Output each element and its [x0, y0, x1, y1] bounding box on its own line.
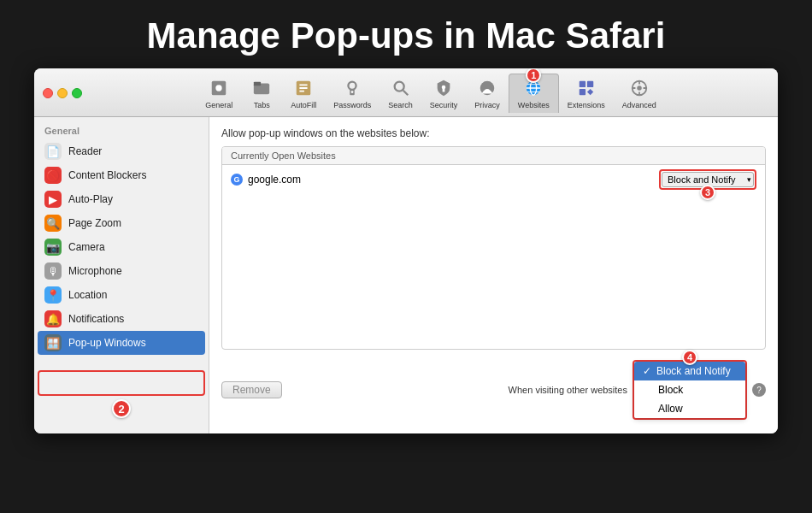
badge-2: 2 — [112, 399, 131, 418]
sidebar-section-label: General — [34, 124, 209, 139]
advanced-icon — [627, 76, 651, 100]
toolbar-item-privacy[interactable]: Privacy — [466, 74, 509, 113]
search-label: Search — [388, 101, 413, 109]
help-button[interactable]: ? — [752, 383, 766, 397]
safari-window: General Tabs AutoFill — [34, 68, 778, 433]
table-row: G google.com Block and Notify Block Allo… — [222, 165, 765, 194]
table-header: Currently Open Websites — [222, 147, 765, 165]
toolbar: General Tabs AutoFill — [34, 68, 778, 117]
toolbar-top: General Tabs AutoFill — [43, 74, 769, 116]
dropdown-menu: ✓ Block and Notify Block Allow — [634, 362, 745, 418]
checkmark-icon: ✓ — [643, 365, 651, 377]
svg-point-13 — [442, 86, 446, 90]
svg-rect-23 — [587, 81, 593, 87]
visiting-dropdown-wrapper[interactable]: ✓ Block and Notify Block Allow — [633, 360, 747, 420]
svg-rect-22 — [579, 89, 585, 95]
content-blockers-label: Content Blockers — [68, 169, 146, 181]
general-label: General — [205, 101, 232, 109]
sidebar-item-content-blockers[interactable]: 🚫 Content Blockers — [34, 163, 209, 187]
svg-point-11 — [394, 82, 403, 91]
bottom-bar: Remove When visiting other websites ✓ Bl… — [221, 357, 766, 423]
toolbar-item-websites[interactable]: 1 Websites — [509, 74, 559, 113]
security-label: Security — [430, 101, 458, 109]
location-icon: 📍 — [44, 286, 62, 304]
table-body: G google.com Block and Notify Block Allo… — [222, 165, 765, 349]
toolbar-item-search[interactable]: Search — [380, 74, 421, 113]
auto-play-icon: ▶ — [44, 191, 62, 208]
popup-icon: 🪟 — [44, 334, 62, 351]
toolbar-icons: General Tabs AutoFill — [92, 74, 769, 113]
svg-line-12 — [403, 91, 408, 96]
sidebar-item-location[interactable]: 📍 Location — [34, 283, 209, 307]
option-label-block-notify: Block and Notify — [656, 365, 731, 377]
toolbar-item-extensions[interactable]: Extensions — [559, 74, 614, 113]
camera-label: Camera — [68, 241, 105, 253]
content-blockers-icon: 🚫 — [44, 167, 62, 184]
bottom-right: When visiting other websites ✓ Block and… — [509, 360, 766, 420]
dropdown-option-block[interactable]: Block — [634, 380, 745, 399]
traffic-lights — [43, 88, 82, 98]
svg-rect-14 — [443, 89, 445, 92]
dropdown-option-allow[interactable]: Allow — [634, 399, 745, 418]
sidebar-item-camera[interactable]: 📷 Camera — [34, 235, 209, 259]
sidebar-item-notifications[interactable]: 🔔 Notifications — [34, 307, 209, 331]
popup-label: Pop-up Windows — [68, 337, 146, 349]
privacy-icon — [475, 76, 499, 100]
notifications-label: Notifications — [68, 313, 124, 325]
table-row-site: G google.com — [231, 174, 301, 186]
toolbar-item-tabs[interactable]: Tabs — [241, 74, 282, 113]
toolbar-item-passwords[interactable]: Passwords — [325, 74, 380, 113]
autofill-label: AutoFill — [291, 101, 316, 109]
badge-4: 4 — [682, 350, 697, 365]
websites-table: Currently Open Websites G google.com Blo… — [221, 146, 766, 350]
toolbar-item-security[interactable]: Security — [421, 74, 467, 113]
websites-label: Websites — [518, 101, 550, 109]
toolbar-item-general[interactable]: General — [197, 74, 241, 113]
sidebar-item-page-zoom[interactable]: 🔍 Page Zoom — [34, 211, 209, 235]
page-zoom-icon: 🔍 — [44, 215, 62, 232]
tabs-icon — [250, 76, 274, 100]
close-button[interactable] — [43, 88, 53, 98]
svg-rect-3 — [254, 82, 261, 86]
option-label-allow: Allow — [658, 403, 683, 415]
remove-button[interactable]: Remove — [221, 381, 282, 398]
tabs-label: Tabs — [254, 101, 270, 109]
svg-point-25 — [637, 86, 642, 91]
privacy-label: Privacy — [474, 101, 500, 109]
minimize-button[interactable] — [57, 88, 68, 98]
autofill-icon — [291, 76, 315, 100]
toolbar-item-autofill[interactable]: AutoFill — [282, 74, 325, 113]
location-label: Location — [68, 289, 107, 301]
general-icon — [207, 76, 231, 100]
dropdown-menu-container: ✓ Block and Notify Block Allow — [633, 360, 747, 420]
passwords-icon — [340, 76, 364, 100]
sidebar-item-reader[interactable]: 📄 Reader — [34, 139, 209, 163]
sidebar-item-popup-windows[interactable]: 🪟 Pop-up Windows — [38, 331, 205, 355]
camera-icon: 📷 — [44, 239, 62, 256]
sidebar-item-auto-play[interactable]: ▶ Auto-Play — [34, 187, 209, 211]
auto-play-label: Auto-Play — [68, 193, 113, 205]
svg-rect-21 — [579, 81, 585, 87]
sidebar-item-microphone[interactable]: 🎙 Microphone — [34, 259, 209, 283]
page-zoom-label: Page Zoom — [68, 217, 121, 229]
passwords-label: Passwords — [333, 101, 371, 109]
microphone-icon: 🎙 — [44, 262, 62, 280]
extensions-label: Extensions — [568, 101, 605, 109]
site-url: google.com — [248, 174, 301, 186]
reader-icon: 📄 — [44, 143, 62, 160]
site-dropdown-wrapper[interactable]: Block and Notify Block Allow ▾ 3 — [659, 169, 756, 190]
maximize-button[interactable] — [72, 88, 82, 98]
content-panel: Allow pop-up windows on the websites bel… — [209, 117, 778, 433]
reader-label: Reader — [68, 145, 102, 157]
svg-point-8 — [349, 82, 356, 90]
google-icon: G — [231, 174, 243, 186]
visiting-label: When visiting other websites — [509, 385, 627, 395]
microphone-label: Microphone — [68, 265, 122, 277]
main-content: General 📄 Reader 🚫 Content Blockers ▶ Au… — [34, 117, 778, 433]
search-icon — [389, 76, 413, 100]
toolbar-item-advanced[interactable]: Advanced — [614, 74, 665, 113]
notifications-icon: 🔔 — [44, 310, 62, 327]
page-title: Manage Pop-ups in Mac Safari — [0, 0, 812, 68]
option-label-block: Block — [658, 384, 683, 396]
sidebar: General 📄 Reader 🚫 Content Blockers ▶ Au… — [34, 117, 209, 433]
